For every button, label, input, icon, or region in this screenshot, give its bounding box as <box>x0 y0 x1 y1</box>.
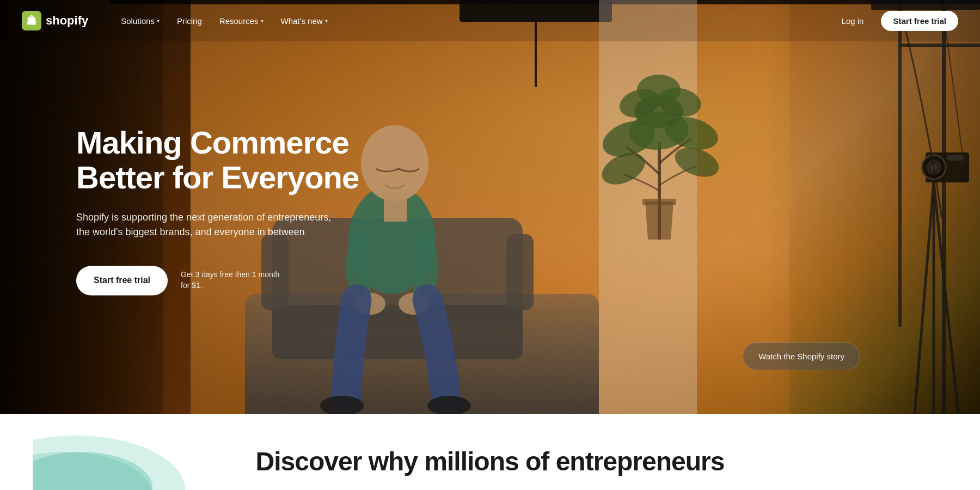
nav-start-trial-button[interactable]: Start free trial <box>881 11 958 31</box>
svg-rect-23 <box>642 199 676 205</box>
nav-resources[interactable]: Resources ▾ <box>213 12 270 30</box>
login-link[interactable]: Log in <box>833 12 873 30</box>
svg-rect-1 <box>942 0 946 414</box>
nav-pricing[interactable]: Pricing <box>170 12 209 30</box>
svg-point-22 <box>637 75 681 105</box>
nav-resources-label: Resources <box>219 16 259 26</box>
svg-rect-3 <box>898 44 980 47</box>
plant-svg <box>599 33 719 240</box>
resources-chevron-icon: ▾ <box>261 18 264 24</box>
svg-rect-27 <box>506 234 534 310</box>
svg-rect-2 <box>898 0 902 327</box>
hero-cta-subtext-line2: for $1. <box>181 280 279 291</box>
svg-rect-8 <box>947 155 964 161</box>
brand-name: shopify <box>46 14 88 28</box>
hero-title: Making Commerce Better for Everyone <box>76 125 403 195</box>
nav-whats-new[interactable]: What's new ▾ <box>274 12 334 30</box>
hero-cta-subtext-line1: Get 3 days free then 1 month <box>181 270 279 280</box>
brand-logo[interactable]: shopify <box>22 11 88 30</box>
svg-line-9 <box>915 182 934 414</box>
nav-whats-new-label: What's new <box>281 16 323 26</box>
hero-actions: Start free trial Get 3 days free then 1 … <box>76 266 403 295</box>
hero-subtitle: Shopify is supporting the next generatio… <box>76 210 338 240</box>
nav-solutions[interactable]: Solutions ▾ <box>114 12 166 30</box>
shopify-bag-icon <box>22 11 41 30</box>
nav-pricing-label: Pricing <box>177 16 202 26</box>
bottom-section: Discover why millions of entrepreneurs <box>0 414 980 490</box>
navigation: shopify Solutions ▾ Pricing Resources ▾ … <box>0 0 980 41</box>
watch-story-button[interactable]: Watch the Shopify story <box>743 342 860 370</box>
nav-right: Log in Start free trial <box>833 11 958 31</box>
hero-section: Making Commerce Better for Everyone Shop… <box>0 0 980 414</box>
bottom-title: Discover why millions of entrepreneurs <box>256 446 725 476</box>
solutions-chevron-icon: ▾ <box>157 18 160 24</box>
hero-start-trial-button[interactable]: Start free trial <box>76 266 168 295</box>
nav-links: Solutions ▾ Pricing Resources ▾ What's n… <box>114 12 832 30</box>
whats-new-chevron-icon: ▾ <box>325 18 328 24</box>
hero-content: Making Commerce Better for Everyone Shop… <box>76 125 403 295</box>
svg-rect-25 <box>272 305 523 359</box>
hero-cta-subtext: Get 3 days free then 1 month for $1. <box>181 270 279 291</box>
nav-solutions-label: Solutions <box>121 16 155 26</box>
bottom-decorative-graphic <box>33 414 207 490</box>
